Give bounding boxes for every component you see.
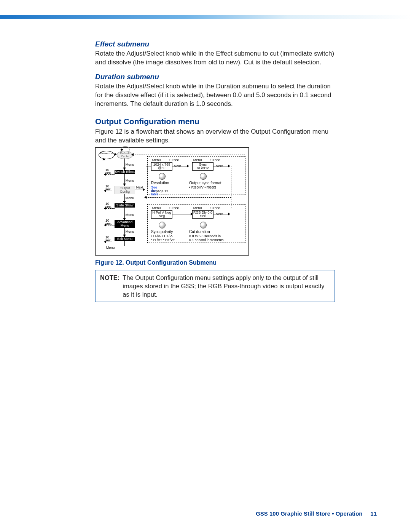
connector bbox=[213, 214, 229, 214]
heading-duration-submenu: Duration submenu bbox=[95, 73, 335, 81]
arrow-icon bbox=[104, 189, 106, 192]
arrow-icon bbox=[104, 240, 106, 243]
heading-output-config-menu: Output Configuration menu bbox=[95, 117, 335, 126]
arrow-icon bbox=[115, 153, 117, 156]
heading-effect-submenu: Effect submenu bbox=[95, 40, 335, 48]
connector-dashed bbox=[133, 155, 245, 155]
figure-caption: Figure 12. Output Configuration Submenu bbox=[95, 259, 335, 266]
connector bbox=[146, 166, 151, 166]
arrow-icon bbox=[104, 173, 106, 176]
arrow-icon bbox=[104, 207, 106, 210]
label-menu: Menu bbox=[150, 206, 162, 210]
footer-page-number: 11 bbox=[370, 510, 377, 517]
arrow-icon bbox=[120, 149, 123, 151]
display-rgbdly: RGB Dly 0.0 Sec bbox=[192, 210, 213, 219]
label-menu: Menu bbox=[123, 179, 137, 182]
label-cut-duration: Cut duration bbox=[189, 230, 210, 234]
label-10sec: 10 sec. bbox=[207, 158, 223, 162]
label-menu: Menu bbox=[123, 163, 137, 166]
flow-menu-advanced-menu: Advanced Menu bbox=[115, 220, 135, 228]
connector bbox=[104, 250, 115, 250]
page-footer: GSS 100 Graphic Still Store • Operation … bbox=[256, 510, 377, 517]
knob-icon bbox=[159, 222, 166, 228]
header-gradient-bar bbox=[0, 15, 411, 19]
label-pol-opts2: • H-/V+ • H+/V+ bbox=[151, 238, 175, 242]
arrow-icon bbox=[228, 165, 230, 168]
label-menu: Menu bbox=[150, 158, 162, 162]
label-cut-opts2: 0.1 second increments. bbox=[189, 238, 225, 242]
label-menu: Menu bbox=[123, 213, 137, 217]
connector bbox=[172, 214, 191, 214]
flow-menu-exit-menu: Exit Menu bbox=[115, 237, 135, 241]
paragraph-output: Figure 12 is a flowchart that shows an o… bbox=[95, 128, 335, 145]
label-osf: Output sync format bbox=[189, 181, 221, 185]
label-resolution: Resolution bbox=[151, 181, 169, 185]
flow-power-on: Power on bbox=[99, 151, 115, 159]
arrow-icon bbox=[143, 188, 145, 191]
flow-default-cycle: Default Cycle bbox=[117, 151, 133, 159]
label-10sec: 10 sec. bbox=[207, 206, 223, 210]
label-menu: Menu bbox=[191, 158, 204, 162]
note-text: The Output Configuration menu settings a… bbox=[123, 273, 330, 299]
label-osf-opts: • RGBHV • RGBS bbox=[189, 186, 216, 189]
arrow-icon bbox=[187, 165, 189, 168]
display-sync: Sync RGBHV bbox=[192, 162, 213, 171]
arrow-icon bbox=[102, 158, 105, 160]
note-box: NOTE: The Output Configuration menu sett… bbox=[95, 270, 335, 302]
connector-dashed bbox=[231, 166, 231, 208]
label-cut-opts1: 0.0 to 5.0 seconds in bbox=[189, 235, 221, 238]
paragraph-duration: Rotate the Adjust/Select knob while in t… bbox=[95, 82, 335, 109]
label-10sec: 10 sec. bbox=[166, 206, 182, 210]
label-10sec: 10 sec. bbox=[166, 158, 182, 162]
flow-menu-output-config: Output Config bbox=[115, 186, 135, 195]
knob-icon bbox=[159, 173, 166, 180]
flow-menu-switch-effect: Switch Effect bbox=[115, 170, 135, 174]
connector-dashed bbox=[104, 158, 104, 250]
connector bbox=[172, 166, 188, 166]
label-pol-opts1: • H-/V- • H+/V- bbox=[151, 235, 173, 238]
display-resolution: 1024 x 768 @60 bbox=[151, 162, 172, 171]
connector-dashed bbox=[146, 197, 231, 198]
figure-output-config-flowchart: Power on Default Cycle Menu 10 sec. Swit… bbox=[95, 147, 249, 256]
connector bbox=[213, 166, 229, 166]
label-menu: Menu bbox=[105, 246, 116, 249]
connector bbox=[146, 166, 146, 190]
display-polarity: H Pol V Neg Neg bbox=[151, 210, 172, 219]
label-sync-polarity: Sync polarity bbox=[151, 230, 173, 234]
arrow-icon bbox=[131, 153, 134, 156]
arrow-icon bbox=[144, 196, 147, 199]
label-menu: Menu bbox=[191, 206, 204, 210]
connector bbox=[135, 190, 143, 190]
label-menu: Menu bbox=[123, 230, 137, 233]
arrow-icon bbox=[228, 212, 230, 216]
footer-text: GSS 100 Graphic Still Store • Operation bbox=[256, 510, 362, 517]
knob-icon bbox=[200, 173, 207, 180]
label-seetable-rest: on page 12. bbox=[151, 190, 169, 193]
paragraph-effect: Rotate the Adjust/Select knob while in t… bbox=[95, 50, 335, 67]
note-label: NOTE: bbox=[100, 273, 119, 299]
arrow-icon bbox=[104, 224, 106, 227]
flow-menu-slide-show: Slide Show bbox=[115, 203, 135, 208]
knob-icon bbox=[200, 222, 207, 228]
label-menu: Menu bbox=[123, 197, 137, 200]
